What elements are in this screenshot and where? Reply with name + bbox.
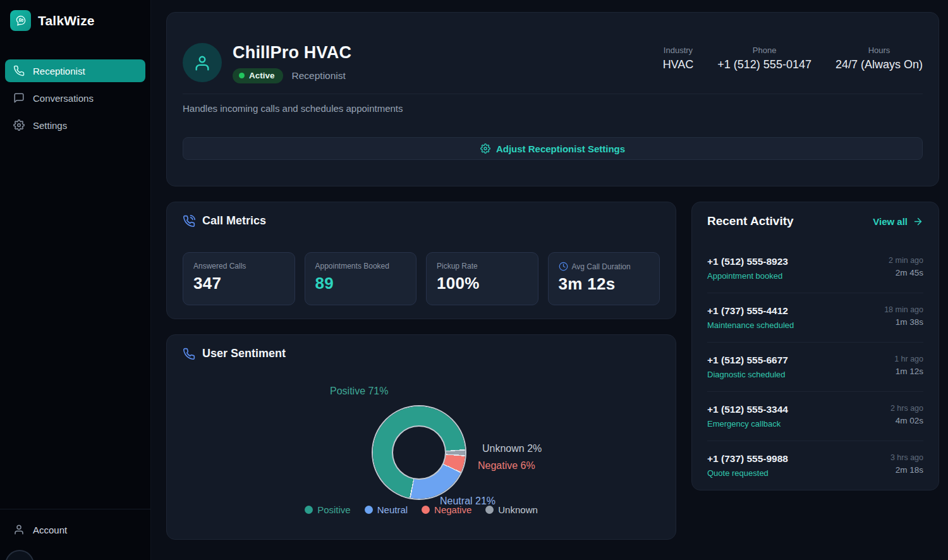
phone-volume-icon [183,215,195,228]
chart-legend: Positive Neutral Negative Unknown [167,504,676,515]
metric-value: 347 [193,274,284,293]
call-time: 1 hr ago [894,355,923,363]
legend-label: Unknown [498,504,538,515]
metric-label: Pickup Rate [437,262,528,271]
caller-phone: +1 (512) 555-3344 [707,404,788,415]
chat-bubble-icon [13,92,25,104]
stat-value: HVAC [663,58,694,71]
brain-icon [10,10,31,31]
metric-label: Avg Call Duration [559,262,650,271]
sidebar-item-receptionist[interactable]: Receptionist [5,59,145,82]
caller-phone: +1 (512) 555-8923 [707,256,788,267]
legend-dot [485,506,494,514]
metric-value: 89 [315,274,406,293]
sidebar-item-label: Settings [33,120,67,131]
call-event: Quote requested [707,468,788,478]
user-icon [192,52,212,73]
call-duration: 4m 02s [890,416,923,425]
agent-description: Handles incoming calls and schedules app… [183,103,923,114]
sidebar-item-settings[interactable]: Settings [5,114,145,137]
phone-icon [13,65,25,76]
metric-value: 3m 12s [559,274,650,294]
adjust-settings-button[interactable]: Adjust Receptionist Settings [183,137,923,160]
divider [183,94,923,94]
caller-phone: +1 (737) 555-4412 [707,305,794,317]
activity-row[interactable]: +1 (512) 555-3344 Emergency callback 2 h… [707,391,923,441]
agent-role: Receptionist [292,70,346,82]
legend-label: Negative [434,504,471,515]
phone-icon [183,348,195,360]
activity-row[interactable]: +1 (737) 555-4412 Maintenance scheduled … [707,293,923,342]
legend-item-negative: Negative [422,504,471,515]
status-label: Active [249,71,275,80]
chart-label-positive: Positive 71% [330,386,389,397]
legend-label: Positive [317,504,351,515]
agent-avatar [183,43,222,82]
account-label: Account [33,525,67,535]
call-event: Emergency callback [707,419,788,429]
agent-header-card: ChillPro HVAC Active Receptionist Indust… [166,12,939,186]
status-badge: Active [233,68,283,83]
sidebar-item-account[interactable]: Account [5,518,145,541]
green-dot [239,73,245,78]
recent-activity-title: Recent Activity [707,214,794,228]
sentiment-donut[interactable] [373,406,465,499]
activity-row[interactable]: +1 (737) 555-9988 Quote requested 3 hrs … [707,441,923,490]
donut-hole [392,425,446,480]
call-event: Diagnostic scheduled [707,370,788,379]
metric-label: Appointments Booked [315,262,406,271]
call-time: 2 hrs ago [890,404,923,413]
activity-list: +1 (512) 555-8923 Appointment booked 2 m… [707,244,923,490]
call-metrics-card: Call Metrics Answered Calls 347 Appointm… [166,202,676,319]
stat-label: Hours [836,46,923,55]
caller-phone: +1 (737) 555-9988 [707,453,788,465]
legend-item-neutral: Neutral [365,504,408,515]
legend-item-unknown: Unknown [485,504,538,515]
adjust-settings-label: Adjust Receptionist Settings [496,143,625,154]
stat-label: Industry [663,46,694,55]
legend-label: Neutral [377,504,408,515]
call-event: Maintenance scheduled [707,320,794,330]
call-time: 18 min ago [884,305,923,314]
view-all-link[interactable]: View all [873,216,923,227]
metric-label-text: Avg Call Duration [572,262,631,271]
sidebar-item-label: Receptionist [33,66,85,76]
stat-hours: Hours 24/7 (Always On) [836,46,923,71]
activity-row[interactable]: +1 (512) 555-8923 Appointment booked 2 m… [707,244,923,293]
app-logo[interactable]: TalkWize [0,0,150,31]
sidebar-nav: Receptionist Conversations Settings [0,59,150,137]
gear-icon [480,143,490,154]
stat-industry: Industry HVAC [663,46,694,71]
sidebar: TalkWize Receptionist Conversations Sett… [0,0,151,560]
metric-pickup-rate: Pickup Rate 100% [426,252,538,305]
chart-label-unknown: Unknown 2% [482,443,542,454]
sidebar-footer: Account [0,509,150,560]
legend-dot [422,506,430,514]
page-title: ChillPro HVAC [233,43,351,63]
call-duration: 2m 18s [890,465,923,475]
metric-label: Answered Calls [193,262,284,271]
call-time: 3 hrs ago [890,453,923,462]
view-all-label: View all [873,216,908,227]
sidebar-item-conversations[interactable]: Conversations [5,87,145,109]
avatar-peek-circle[interactable] [5,550,34,560]
stat-value: 24/7 (Always On) [836,58,923,71]
stat-label: Phone [717,46,811,55]
metric-answered-calls: Answered Calls 347 [183,252,295,305]
call-duration: 1m 38s [884,317,923,327]
metric-avg-call-duration: Avg Call Duration 3m 12s [548,252,660,305]
metric-value: 100% [437,274,528,293]
legend-dot [305,506,313,514]
caller-phone: +1 (512) 555-6677 [707,355,788,366]
activity-row[interactable]: +1 (512) 555-6677 Diagnostic scheduled 1… [707,342,923,391]
user-icon [13,524,25,535]
call-metrics-title: Call Metrics [202,214,266,228]
metric-appointments-booked: Appointments Booked 89 [305,252,417,305]
stat-value: +1 (512) 555-0147 [717,58,811,71]
call-time: 2 min ago [889,256,923,265]
arrow-right-icon [913,216,923,227]
legend-item-positive: Positive [305,504,351,515]
user-sentiment-card: User Sentiment Positive 71% Unknown 2% N… [166,334,676,540]
call-duration: 1m 12s [894,367,923,376]
stat-phone: Phone +1 (512) 555-0147 [717,46,811,71]
